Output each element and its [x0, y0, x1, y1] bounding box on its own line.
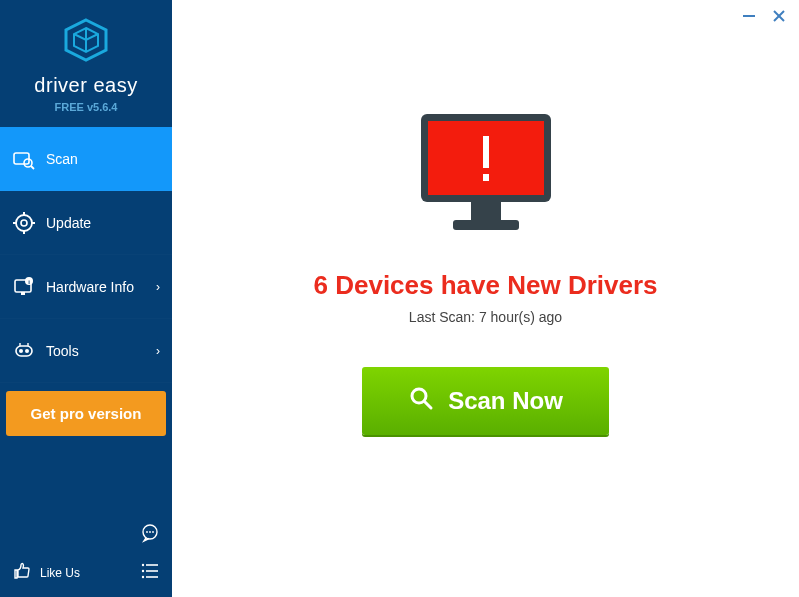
thumbs-up-icon — [12, 561, 32, 585]
hardware-nav-icon: i — [12, 275, 36, 299]
svg-rect-7 — [23, 230, 25, 234]
svg-point-27 — [142, 576, 144, 578]
svg-point-23 — [142, 564, 144, 566]
svg-rect-37 — [483, 174, 489, 181]
update-nav-icon — [12, 211, 36, 235]
brand-version: FREE v5.6.4 — [0, 101, 172, 113]
main-pane: 6 Devices have New Drivers Last Scan: 7 … — [172, 0, 799, 597]
minimize-button[interactable] — [741, 8, 757, 24]
close-button[interactable] — [771, 8, 787, 24]
feedback-icon[interactable] — [140, 523, 160, 547]
scan-nav-icon — [12, 147, 36, 171]
svg-point-5 — [21, 220, 27, 226]
svg-rect-6 — [23, 212, 25, 216]
window-controls — [741, 8, 787, 24]
svg-rect-36 — [483, 136, 489, 168]
svg-point-22 — [152, 531, 154, 533]
search-icon — [408, 385, 434, 417]
svg-point-4 — [16, 215, 32, 231]
nav: Scan Update i Hardware Info › Tools › — [0, 127, 172, 383]
logo-area: driver easy FREE v5.6.4 — [0, 0, 172, 127]
chevron-right-icon: › — [156, 344, 160, 358]
nav-scan[interactable]: Scan — [0, 127, 172, 191]
sidebar: driver easy FREE v5.6.4 Scan Update i Ha… — [0, 0, 172, 597]
svg-rect-14 — [16, 346, 32, 356]
bottom-icons — [140, 523, 160, 585]
alert-monitor-icon — [411, 110, 561, 242]
last-scan-text: Last Scan: 7 hour(s) ago — [409, 309, 562, 325]
menu-icon[interactable] — [140, 561, 160, 585]
svg-line-39 — [425, 402, 431, 408]
svg-rect-35 — [453, 220, 519, 230]
logo-icon — [62, 18, 110, 62]
chevron-right-icon: › — [156, 280, 160, 294]
svg-point-25 — [142, 570, 144, 572]
tools-nav-icon — [12, 339, 36, 363]
scan-button-label: Scan Now — [448, 387, 563, 415]
svg-point-15 — [19, 349, 23, 353]
svg-point-21 — [149, 531, 151, 533]
get-pro-button[interactable]: Get pro version — [6, 391, 166, 436]
nav-label: Hardware Info — [46, 279, 156, 295]
svg-rect-8 — [13, 222, 17, 224]
pro-button-label: Get pro version — [31, 405, 142, 422]
headline: 6 Devices have New Drivers — [314, 270, 658, 301]
nav-label: Scan — [46, 151, 160, 167]
svg-rect-9 — [31, 222, 35, 224]
svg-point-38 — [412, 389, 426, 403]
svg-line-3 — [31, 166, 34, 169]
svg-point-16 — [25, 349, 29, 353]
nav-update[interactable]: Update — [0, 191, 172, 255]
svg-point-20 — [146, 531, 148, 533]
svg-rect-11 — [21, 292, 25, 295]
nav-tools[interactable]: Tools › — [0, 319, 172, 383]
scan-now-button[interactable]: Scan Now — [362, 367, 609, 435]
svg-rect-34 — [471, 202, 501, 220]
nav-label: Update — [46, 215, 160, 231]
nav-hardware[interactable]: i Hardware Info › — [0, 255, 172, 319]
brand-name: driver easy — [0, 74, 172, 97]
nav-label: Tools — [46, 343, 156, 359]
